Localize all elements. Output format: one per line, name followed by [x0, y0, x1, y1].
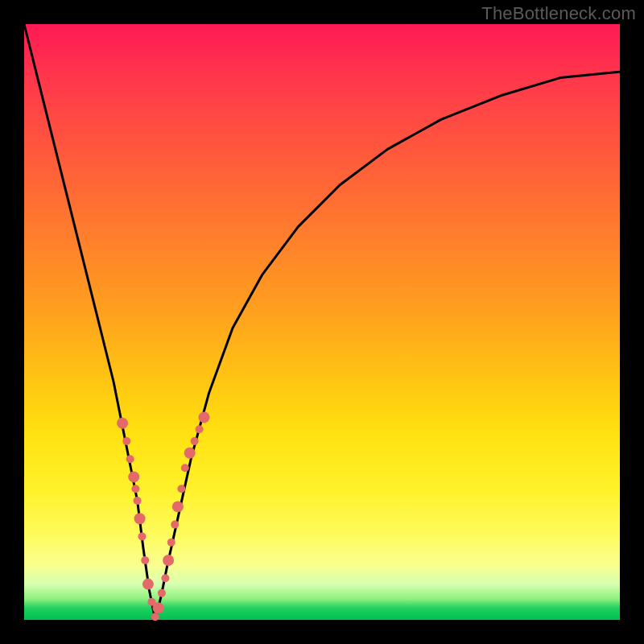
data-point: [158, 589, 166, 597]
chart-frame: TheBottleneck.com: [0, 0, 644, 644]
data-point: [167, 539, 175, 547]
watermark-label: TheBottleneck.com: [481, 3, 636, 24]
data-point: [177, 485, 185, 493]
data-point: [134, 497, 142, 505]
data-point: [199, 411, 210, 423]
data-point: [151, 613, 159, 621]
data-point: [131, 485, 139, 493]
data-point: [138, 532, 147, 540]
data-point: [142, 579, 154, 590]
data-point: [141, 556, 149, 564]
data-point: [117, 418, 128, 429]
chart-svg: [24, 24, 620, 620]
data-point: [134, 513, 146, 524]
plot-area: [24, 24, 620, 620]
marker-group: [117, 411, 209, 621]
data-point: [153, 602, 164, 613]
data-point: [172, 501, 184, 512]
data-point: [128, 471, 139, 482]
data-point: [191, 437, 199, 445]
data-point: [184, 448, 196, 459]
bottleneck-curve: [24, 24, 620, 620]
data-point: [181, 464, 189, 472]
data-point: [196, 425, 204, 433]
data-point: [171, 521, 179, 529]
data-point: [126, 455, 134, 463]
data-point: [163, 555, 174, 566]
data-point: [122, 437, 130, 445]
data-point: [161, 574, 169, 582]
